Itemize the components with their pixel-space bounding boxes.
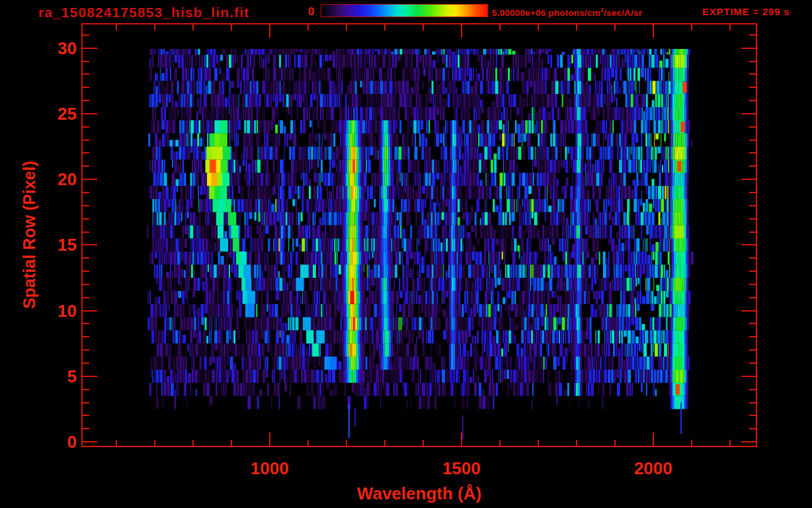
y-tick — [83, 376, 97, 377]
y-tick — [749, 73, 756, 75]
x-tick — [269, 433, 270, 446]
y-tick — [83, 126, 89, 128]
x-tick — [116, 440, 117, 446]
y-tick — [749, 428, 756, 429]
x-tick-label: 1000 — [230, 458, 309, 479]
y-tick — [83, 349, 89, 351]
plot-title: ra_150824175853_hisb_lin.fit — [38, 5, 249, 21]
y-tick — [83, 73, 89, 75]
y-tick — [749, 323, 756, 324]
y-tick — [83, 140, 89, 141]
y-tick — [749, 140, 756, 141]
colorbar-max-value: 5.00000e+06 — [492, 8, 546, 18]
x-tick — [346, 440, 347, 446]
colorbar-max-label: 5.00000e+06 photons/cm2/sec/A/sr — [492, 7, 642, 18]
x-tick — [461, 24, 462, 38]
y-tick — [749, 87, 756, 88]
x-tick — [653, 433, 654, 446]
y-tick — [749, 389, 756, 390]
colorbar-gradient — [321, 4, 488, 17]
y-tick — [83, 218, 89, 220]
x-tick — [499, 440, 501, 446]
x-tick — [307, 440, 309, 446]
y-tick — [749, 232, 756, 233]
y-tick — [83, 179, 97, 180]
x-tick — [576, 24, 577, 30]
x-tick — [691, 24, 692, 30]
x-axis-title: Wavelength (Å) — [357, 484, 481, 504]
y-tick — [83, 34, 89, 36]
x-tick — [231, 24, 232, 30]
y-tick — [83, 100, 89, 101]
y-tick — [741, 244, 756, 245]
x-tick — [192, 24, 194, 30]
x-tick — [729, 24, 731, 30]
spectral-image-figure: ra_150824175853_hisb_lin.fit 0 5.00000e+… — [0, 0, 812, 508]
y-tick — [83, 232, 89, 233]
x-tick — [231, 440, 232, 446]
x-tick — [614, 24, 616, 30]
y-tick — [83, 310, 97, 312]
y-tick-label: 0 — [20, 432, 77, 452]
y-tick — [749, 61, 756, 62]
y-tick — [741, 179, 756, 180]
y-tick — [749, 205, 756, 206]
x-tick — [653, 24, 654, 38]
y-tick-label: 30 — [20, 38, 77, 58]
x-tick — [691, 440, 692, 446]
y-tick — [741, 113, 756, 114]
y-tick — [749, 100, 756, 101]
plot-border — [81, 23, 757, 447]
x-tick — [538, 24, 539, 30]
y-tick — [83, 152, 89, 153]
y-tick — [83, 389, 89, 390]
y-tick — [749, 297, 756, 298]
y-tick — [83, 165, 89, 167]
x-tick — [423, 440, 424, 446]
y-tick — [83, 297, 89, 298]
y-tick — [749, 192, 756, 193]
y-tick — [83, 192, 89, 193]
x-tick — [116, 24, 117, 30]
y-tick — [83, 61, 89, 62]
y-tick-label: 25 — [20, 104, 77, 124]
y-tick — [749, 336, 756, 337]
x-tick — [499, 24, 501, 30]
y-tick — [83, 48, 97, 49]
x-tick — [576, 440, 577, 446]
x-tick — [423, 24, 424, 30]
x-tick — [192, 440, 194, 446]
y-tick — [749, 415, 756, 416]
y-tick-label: 5 — [20, 366, 77, 386]
colorbar-min-label: 0 — [308, 5, 314, 19]
y-tick — [83, 415, 89, 416]
y-tick — [83, 284, 89, 285]
y-tick — [749, 218, 756, 220]
y-tick — [741, 441, 756, 443]
x-tick — [384, 24, 386, 30]
y-tick — [83, 428, 89, 429]
x-tick — [154, 440, 155, 446]
x-tick — [461, 433, 462, 446]
y-tick — [741, 310, 756, 312]
y-tick — [741, 376, 756, 377]
y-tick — [83, 336, 89, 337]
y-axis-title: Spatial Row (Pixel) — [20, 161, 39, 309]
y-tick — [83, 87, 89, 88]
y-tick — [83, 323, 89, 324]
x-tick — [384, 440, 386, 446]
y-tick — [83, 257, 89, 259]
y-tick — [749, 126, 756, 128]
x-tick — [538, 440, 539, 446]
y-tick — [749, 284, 756, 285]
y-tick — [749, 362, 756, 364]
y-tick — [749, 402, 756, 403]
colorbar-units-post: /sec/A/sr — [604, 8, 642, 18]
y-tick — [749, 349, 756, 351]
x-tick — [346, 24, 347, 30]
y-tick — [83, 402, 89, 403]
y-tick — [83, 271, 89, 272]
x-tick — [729, 440, 731, 446]
y-tick — [83, 441, 97, 443]
y-tick — [749, 34, 756, 36]
